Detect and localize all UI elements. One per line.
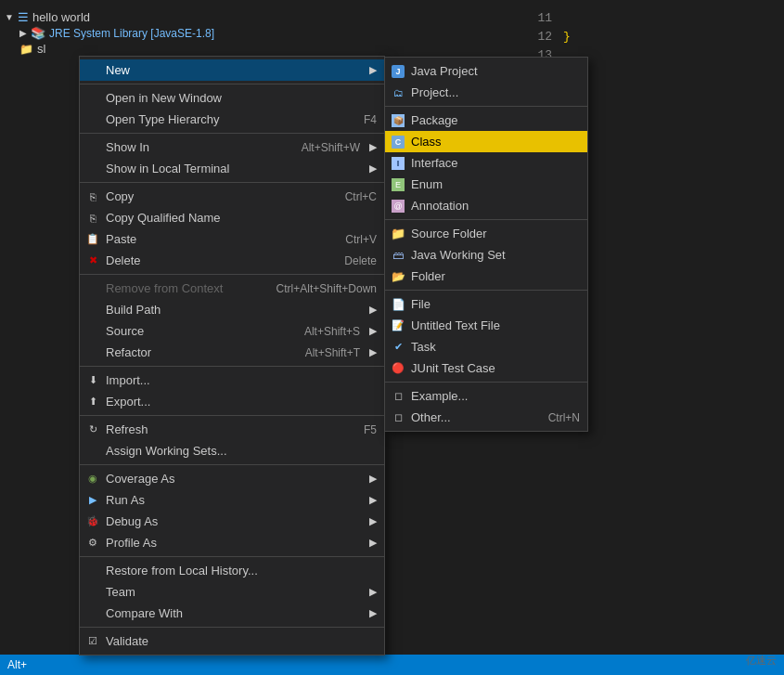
menu-assign-working-sets[interactable]: Assign Working Sets...	[80, 440, 384, 461]
submenu-source-folder[interactable]: 📁 Source Folder	[385, 223, 587, 244]
submenu-untitled-text-file[interactable]: 📝 Untitled Text File	[385, 315, 587, 336]
working-set-icon: 🗃	[391, 248, 405, 263]
menu-profile-as[interactable]: ⚙ Profile As ▶	[80, 532, 384, 553]
menu-paste[interactable]: 📋 Paste Ctrl+V	[80, 228, 384, 250]
interface-icon: I	[391, 156, 405, 171]
watermark: 亿速云	[746, 654, 777, 668]
expand-icon: ▼	[5, 12, 14, 22]
other-icon: ◻	[391, 410, 405, 425]
tree-src[interactable]: 📁 sl	[5, 41, 214, 57]
menu-open-type-hierarchy[interactable]: Open Type Hierarchy F4	[80, 109, 384, 130]
other-shortcut: Ctrl+N	[530, 411, 580, 424]
other-label: Other...	[411, 410, 451, 424]
submenu-task[interactable]: ✔ Task	[385, 336, 587, 357]
menu-import[interactable]: ⬇ Import...	[80, 370, 384, 391]
submenu-file[interactable]: 📄 File	[385, 293, 587, 315]
menu-show-local-terminal[interactable]: Show in Local Terminal ▶	[80, 158, 384, 179]
menu-item-new[interactable]: New ▶ J Java Project 🗂 Project... 📦	[80, 59, 384, 81]
menu-team[interactable]: Team ▶	[80, 581, 384, 603]
tree-project[interactable]: ▼ ☰ hello world	[5, 9, 214, 25]
submenu-class[interactable]: C Class	[385, 131, 587, 152]
open-window-icon	[85, 91, 100, 106]
refresh-icon: ↻	[85, 422, 100, 437]
project-icon: ☰	[18, 10, 29, 24]
copy-icon: ⎘	[85, 189, 100, 204]
menu-compare-with[interactable]: Compare With ▶	[80, 603, 384, 624]
delete-icon: ✖	[85, 253, 100, 268]
source-icon	[85, 324, 100, 339]
submenu-other[interactable]: ◻ Other... Ctrl+N	[385, 407, 587, 428]
submenu-project[interactable]: 🗂 Project...	[385, 82, 587, 103]
submenu-folder[interactable]: 📂 Folder	[385, 266, 587, 287]
submenu-java-project[interactable]: J Java Project	[385, 60, 587, 82]
file-icon: 📄	[391, 297, 405, 312]
menu-build-path[interactable]: Build Path ▶	[80, 299, 384, 320]
menu-show-in[interactable]: Show In Alt+Shift+W ▶	[80, 136, 384, 158]
menu-delete[interactable]: ✖ Delete Delete	[80, 250, 384, 271]
refactor-icon	[85, 345, 100, 360]
terminal-label: Show in Local Terminal	[106, 162, 360, 175]
coverage-as-label: Coverage As	[106, 472, 360, 486]
copy-qualified-icon: ⎘	[85, 211, 100, 226]
menu-source[interactable]: Source Alt+Shift+S ▶	[80, 320, 384, 342]
refactor-label: Refactor	[106, 345, 287, 359]
menu-copy-qualified[interactable]: ⎘ Copy Qualified Name	[80, 207, 384, 228]
export-icon: ⬆	[85, 395, 100, 409]
menu-validate[interactable]: ☑ Validate	[80, 630, 384, 652]
menu-remove-context[interactable]: Remove from Context Ctrl+Alt+Shift+Down	[80, 278, 384, 299]
submenu-separator-1	[385, 106, 587, 107]
submenu-java-working-set[interactable]: 🗃 Java Working Set	[385, 244, 587, 266]
folder-label: Folder	[411, 269, 445, 283]
status-text: Alt+	[7, 658, 27, 671]
submenu-junit-test-case[interactable]: 🔴 JUnit Test Case	[385, 357, 587, 379]
remove-shortcut: Ctrl+Alt+Shift+Down	[276, 282, 377, 295]
submenu-example[interactable]: ◻ Example...	[385, 385, 587, 407]
source-folder-label: Source Folder	[411, 227, 487, 240]
folder-icon: 📂	[391, 269, 405, 284]
menu-export[interactable]: ⬆ Export...	[80, 391, 384, 412]
menu-run-as[interactable]: ▶ Run As ▶	[80, 489, 384, 511]
menu-debug-as[interactable]: 🐞 Debug As ▶	[80, 511, 384, 532]
assign-working-sets-label: Assign Working Sets...	[106, 444, 377, 458]
team-arrow: ▶	[369, 586, 377, 598]
separator-1	[80, 84, 384, 84]
submenu-package[interactable]: 📦 Package	[385, 110, 587, 131]
menu-open-new-window[interactable]: Open in New Window	[80, 87, 384, 109]
menu-copy[interactable]: ⎘ Copy Ctrl+C	[80, 186, 384, 207]
profile-icon: ⚙	[85, 536, 100, 551]
copy-shortcut: Ctrl+C	[345, 190, 377, 203]
enum-label: Enum	[411, 177, 443, 191]
source-label: Source	[106, 324, 286, 338]
tree-jre[interactable]: ▶ 📚 JRE System Library [JavaSE-1.8]	[5, 25, 214, 41]
jre-label: JRE System Library [JavaSE-1.8]	[49, 27, 214, 40]
validate-icon: ☑	[85, 634, 100, 649]
compare-icon	[85, 606, 100, 621]
terminal-icon	[85, 162, 100, 176]
source-arrow: ▶	[369, 325, 377, 337]
separator-2	[80, 133, 384, 134]
menu-refresh[interactable]: ↻ Refresh F5	[80, 419, 384, 440]
menu-refactor[interactable]: Refactor Alt+Shift+T ▶	[80, 342, 384, 363]
src-icon: 📁	[19, 43, 33, 56]
submenu-annotation[interactable]: @ Annotation	[385, 195, 587, 216]
restore-history-label: Restore from Local History...	[106, 564, 377, 578]
remove-context-label: Remove from Context	[106, 281, 258, 295]
working-sets-icon	[85, 444, 100, 459]
team-icon	[85, 585, 100, 600]
import-icon: ⬇	[85, 373, 100, 388]
paste-icon: 📋	[85, 232, 100, 247]
show-in-shortcut: Alt+Shift+W	[302, 141, 360, 154]
team-label: Team	[106, 585, 360, 599]
menu-coverage-as[interactable]: ◉ Coverage As ▶	[80, 468, 384, 489]
separator-9	[80, 627, 384, 628]
task-label: Task	[411, 340, 436, 354]
type-hierarchy-shortcut: F4	[364, 113, 377, 126]
submenu-enum[interactable]: E Enum	[385, 174, 587, 195]
example-label: Example...	[411, 389, 468, 403]
java-project-icon: J	[391, 64, 405, 79]
project-explorer: ▼ ☰ hello world ▶ 📚 JRE System Library […	[5, 9, 214, 57]
submenu-interface[interactable]: I Interface	[385, 152, 587, 174]
source-shortcut: Alt+Shift+S	[304, 325, 360, 338]
debug-as-label: Debug As	[106, 514, 360, 528]
menu-restore-history[interactable]: Restore from Local History...	[80, 560, 384, 581]
